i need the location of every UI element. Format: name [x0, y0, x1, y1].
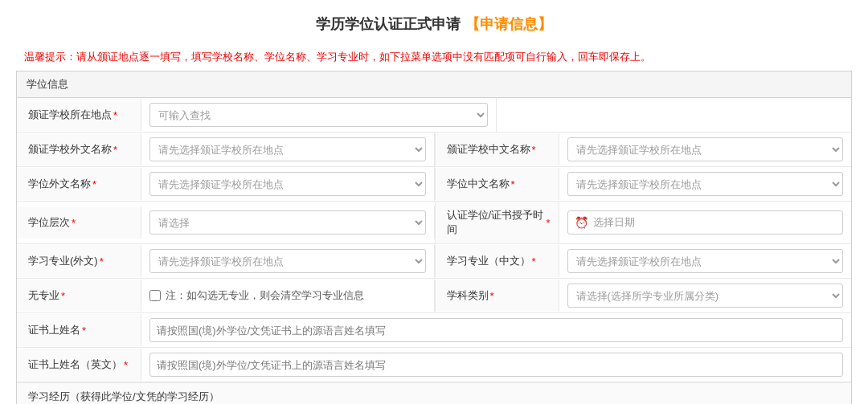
label-no-major: 无专业*	[17, 280, 141, 312]
label-name-cert-en: 证书上姓名（英文）*	[17, 349, 141, 381]
input-school-chinese: 请先选择颁证学校所在地点	[559, 133, 852, 166]
warning-bar: 温馨提示：请从颁证地点逐一填写，填写学校名称、学位名称、学习专业时，如下拉菜单选…	[0, 43, 868, 71]
section-title-degree: 学位信息	[17, 71, 851, 98]
form-row-location: 颁证学校所在地点* 可输入查找	[17, 98, 851, 133]
form-row-degree-name: 学位外文名称* 请先选择颁证学校所在地点 学位中文名称* 请先选择颁证学校所在地…	[17, 167, 851, 202]
form-row-name-cert-en: 证书上姓名（英文）*	[17, 348, 851, 382]
select-subject-category[interactable]: 请选择(选择所学专业所属分类)	[567, 284, 844, 308]
form-row-major: 学习专业(外文)* 请先选择颁证学校所在地点 学习专业（中文）* 请先选择颁证学…	[17, 244, 851, 279]
label-cert-date: 认证学位/证书授予时间*	[435, 202, 559, 243]
page-header: 学历学位认证正式申请 【申请信息】	[0, 0, 868, 43]
input-degree-foreign: 请先选择颁证学校所在地点	[141, 167, 435, 201]
page-wrapper: 学历学位认证正式申请 【申请信息】 温馨提示：请从颁证地点逐一填写，填写学校名称…	[0, 0, 868, 404]
warning-text: 温馨提示：请从颁证地点逐一填写，填写学校名称、学位名称、学习专业时，如下拉菜单选…	[24, 51, 651, 63]
label-major-chinese: 学习专业（中文）*	[435, 245, 559, 277]
input-location: 可输入查找	[141, 98, 497, 132]
select-degree-chinese[interactable]: 请先选择颁证学校所在地点	[567, 172, 844, 196]
form-row-name-cert: 证书上姓名*	[17, 313, 851, 348]
label-school-chinese: 颁证学校中文名称*	[435, 133, 559, 165]
section-footer-study-history: 学习经历（获得此学位/文凭的学习经历）	[17, 382, 851, 404]
input-major-chinese: 请先选择颁证学校所在地点	[559, 244, 852, 278]
input-degree-level: 请选择	[141, 206, 435, 239]
label-major-foreign: 学习专业(外文)*	[17, 245, 141, 277]
label-name-cert: 证书上姓名*	[17, 314, 141, 346]
input-name-cert	[141, 313, 851, 347]
label-school-foreign: 颁证学校外文名称*	[17, 133, 141, 165]
empty-col-location	[497, 99, 851, 131]
no-major-checkbox[interactable]	[149, 290, 161, 301]
checkbox-wrap-no-major: 注：如勾选无专业，则会清空学习专业信息	[149, 288, 364, 303]
input-no-major-checkbox: 注：如勾选无专业，则会清空学习专业信息	[141, 280, 435, 312]
clock-icon: ⏰	[575, 216, 588, 229]
label-degree-foreign: 学位外文名称*	[17, 168, 141, 200]
degree-info-section: 学位信息 颁证学校所在地点* 可输入查找 颁证学校外文名称* 请先选择颁证学校所…	[16, 71, 852, 404]
select-degree-level[interactable]: 请选择	[149, 210, 426, 235]
form-row-school-name: 颁证学校外文名称* 请先选择颁证学校所在地点 颁证学校中文名称* 请先选择颁证学…	[17, 133, 851, 167]
select-school-chinese[interactable]: 请先选择颁证学校所在地点	[567, 137, 844, 161]
form-row-no-major: 无专业* 注：如勾选无专业，则会清空学习专业信息 学科类别* 请选择(选择所学专…	[17, 279, 851, 313]
select-major-foreign[interactable]: 请先选择颁证学校所在地点	[149, 249, 426, 273]
no-major-note: 注：如勾选无专业，则会清空学习专业信息	[166, 288, 364, 303]
select-school-foreign[interactable]: 请先选择颁证学校所在地点	[149, 137, 426, 161]
input-subject-category: 请选择(选择所学专业所属分类)	[559, 279, 852, 312]
date-picker-cert[interactable]: ⏰ 选择日期	[567, 210, 844, 235]
input-major-foreign: 请先选择颁证学校所在地点	[141, 244, 435, 278]
label-subject-category: 学科类别*	[435, 280, 559, 312]
text-name-cert-en[interactable]	[149, 353, 843, 377]
select-location[interactable]: 可输入查找	[149, 103, 488, 127]
label-location: 颁证学校所在地点*	[17, 99, 141, 131]
form-row-degree-level: 学位层次* 请选择 认证学位/证书授予时间* ⏰ 选择日期	[17, 202, 851, 244]
label-degree-chinese: 学位中文名称*	[435, 168, 559, 200]
select-degree-foreign[interactable]: 请先选择颁证学校所在地点	[149, 172, 426, 196]
input-school-foreign: 请先选择颁证学校所在地点	[141, 133, 435, 166]
input-degree-chinese: 请先选择颁证学校所在地点	[559, 167, 852, 201]
select-major-chinese[interactable]: 请先选择颁证学校所在地点	[567, 249, 844, 273]
input-name-cert-en	[141, 348, 851, 382]
text-name-cert[interactable]	[149, 318, 843, 342]
page-title-main: 学历学位认证正式申请	[316, 16, 461, 32]
input-cert-date: ⏰ 选择日期	[559, 206, 852, 239]
page-title-highlight: 【申请信息】	[465, 16, 552, 32]
date-placeholder: 选择日期	[593, 215, 635, 230]
label-degree-level: 学位层次*	[17, 206, 141, 239]
